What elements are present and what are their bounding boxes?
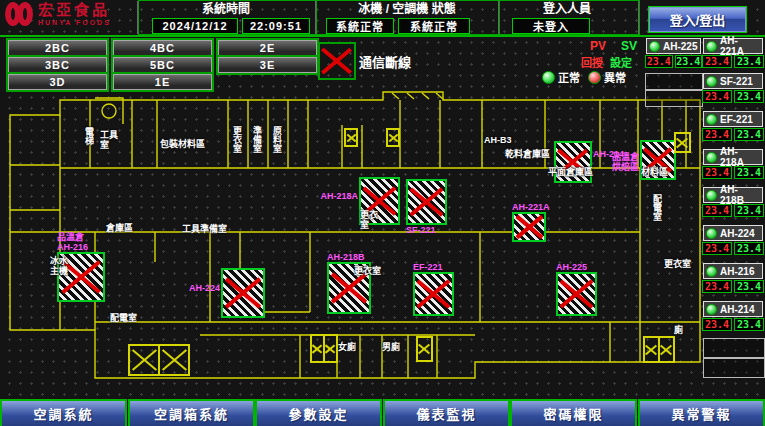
unit-name-ah-214[interactable]: AH-214 (703, 301, 763, 317)
sv-sub-header: 設定 (610, 54, 632, 70)
bottom-tab-2[interactable]: 空調箱系統 (128, 399, 255, 426)
comm-loss-x-icon (318, 42, 356, 80)
header-divider (315, 1, 316, 34)
bottom-tab-4[interactable]: 儀表監視 (383, 399, 510, 426)
unit-label: AH-224 (720, 228, 754, 239)
unit-status-led-icon (706, 266, 717, 277)
room-label: 更衣室 (354, 266, 381, 276)
unit-name-ah-225[interactable]: AH-225 (646, 38, 701, 54)
hvac-status-value: 系統正常 (398, 18, 470, 34)
pv-value-ef-221: 23.4 (702, 128, 732, 141)
sv-value-ah-225: 23.4 (675, 55, 703, 68)
floor-button-5bc[interactable]: 5BC (113, 57, 212, 73)
bottom-tab-5[interactable]: 密碼權限 (510, 399, 637, 426)
login-user-value: 未登入 (512, 18, 590, 34)
unit-label: AH-216 (720, 266, 754, 277)
stair-x-icon (418, 338, 431, 360)
pv-value-ah-214: 23.4 (702, 318, 732, 331)
room-label: 更衣室 (232, 126, 242, 153)
brand-subtitle: HUNYA FOODS (38, 19, 111, 26)
offline-unit-label: 品溫倉 AH-216 (57, 232, 88, 252)
unit-label: AH-218A (720, 146, 760, 168)
floor-button-1e[interactable]: 1E (113, 74, 212, 90)
room-label: 配電室 (652, 194, 662, 221)
pv-value-ah-221a: 23.4 (702, 55, 732, 68)
unit-values-ah-221a: 23.423.4 (702, 55, 764, 68)
stair-icon (643, 336, 675, 363)
empty-slot (645, 73, 703, 90)
pv-value-sf-221: 23.4 (702, 90, 732, 103)
unit-name-ah-218a[interactable]: AH-218A (703, 149, 763, 165)
room-label: 原料室 (272, 126, 282, 153)
unit-name-ah-218b[interactable]: AH-218B (703, 187, 763, 203)
machine-status-label: 冰機 / 空調機 狀態 (320, 2, 494, 16)
unit-label: AH-221A (720, 35, 760, 57)
stair-icon (128, 344, 190, 376)
unit-name-ah-221a[interactable]: AH-221A (703, 38, 763, 54)
unit-values-sf-221: 23.423.4 (702, 90, 764, 103)
stair-icon (310, 334, 338, 363)
unit-status-led-icon (706, 304, 717, 315)
unit-name-ef-221[interactable]: EF-221 (703, 111, 763, 127)
room-label: 更衣 室 (360, 210, 378, 230)
offline-unit-ah-221a[interactable]: AH-221A (512, 212, 546, 242)
unit-name-sf-221[interactable]: SF-221 (703, 73, 763, 89)
floor-button-3bc[interactable]: 3BC (8, 57, 107, 73)
abnormal-label: 異常 (604, 69, 626, 85)
system-time-label: 系統時間 (140, 2, 312, 16)
unit-status-led-icon (706, 152, 717, 163)
offline-unit-label: AH-225 (556, 262, 587, 272)
unit-values-ah-216: 23.423.4 (702, 280, 764, 293)
unit-status-led-icon (706, 190, 717, 201)
bottom-tab-3[interactable]: 參數設定 (255, 399, 382, 426)
sv-value-ah-221a: 23.4 (734, 55, 764, 68)
unit-values-ah-224: 23.423.4 (702, 242, 764, 255)
room-label: 冰水 主機 (50, 256, 68, 276)
sv-header: SV (621, 39, 637, 53)
bottom-tab-1[interactable]: 空調系統 (0, 399, 127, 426)
floor-button-3e[interactable]: 3E (218, 57, 317, 73)
room-label: 更衣室 (664, 259, 691, 269)
header-divider (638, 1, 639, 34)
offline-unit-sf-221[interactable]: SF-221 (406, 179, 447, 225)
stair-icon (386, 128, 400, 147)
stair-x-icon (312, 336, 323, 361)
normal-led-icon (542, 71, 555, 84)
unit-values-ah-218b: 23.423.4 (702, 204, 764, 217)
hmi-screen: 宏亞食品 HUNYA FOODS 系統時間 2024/12/12 22:09:5… (0, 0, 765, 426)
sv-value-ah-218a: 23.4 (734, 166, 764, 179)
room-label: 平面倉庫區 (548, 167, 593, 177)
stair-x-icon (658, 338, 673, 361)
room-label: 包裝材料區 (160, 139, 205, 149)
offline-unit-ef-221[interactable]: EF-221 (413, 272, 454, 316)
offline-unit-ah-224[interactable]: AH-224 (221, 268, 265, 318)
stair-x-icon (346, 130, 356, 145)
room-label: 工具 室 (100, 130, 118, 150)
unit-values-ef-221: 23.423.4 (702, 128, 764, 141)
unit-label: AH-225 (663, 41, 697, 52)
unit-status-led-icon (706, 114, 717, 125)
system-clock-value: 22:09:51 (242, 18, 310, 34)
stair-x-icon (158, 346, 188, 374)
unit-label: EF-221 (720, 114, 753, 125)
floor-button-2e[interactable]: 2E (218, 40, 317, 56)
room-label: 女廁 (338, 342, 356, 352)
bottom-tab-6[interactable]: 異常警報 (638, 399, 765, 426)
brand-logo: 宏亞食品 HUNYA FOODS (5, 2, 111, 26)
empty-slot (645, 90, 703, 107)
offline-unit-ah-225[interactable]: AH-225 (556, 272, 597, 316)
offline-unit-label: 品溫倉 烘焙區 (612, 152, 639, 172)
login-logout-button[interactable]: 登入/登出 (648, 6, 747, 33)
floor-button-2bc[interactable]: 2BC (8, 40, 107, 56)
header-divider (137, 1, 138, 34)
sv-value-ef-221: 23.4 (734, 128, 764, 141)
unit-status-led-icon (649, 41, 660, 52)
room-label: 準備室 (252, 126, 262, 153)
chiller-status-value: 系統正常 (326, 18, 394, 34)
unit-status-led-icon (706, 228, 717, 239)
unit-name-ah-224[interactable]: AH-224 (703, 225, 763, 241)
floor-button-4bc[interactable]: 4BC (113, 40, 212, 56)
stair-icon (674, 132, 691, 153)
floor-button-3d[interactable]: 3D (8, 74, 107, 90)
unit-name-ah-216[interactable]: AH-216 (703, 263, 763, 279)
